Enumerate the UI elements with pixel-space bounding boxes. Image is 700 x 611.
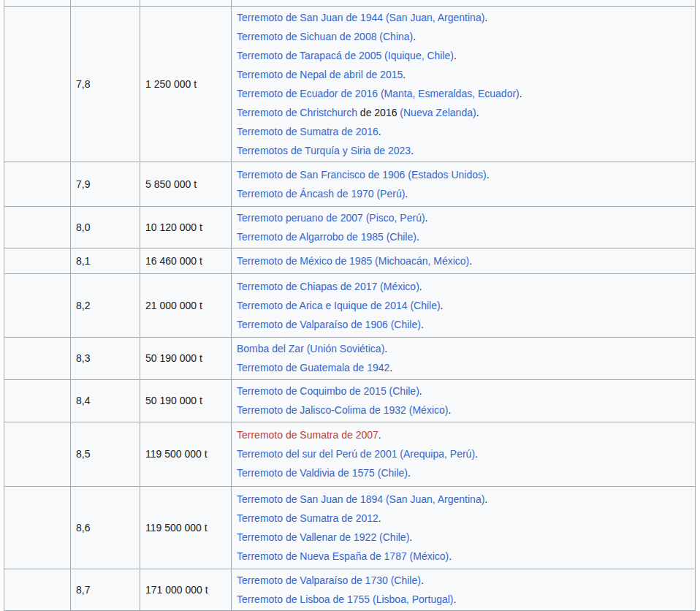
earthquake-link[interactable]: (Nueva Zelanda) (400, 107, 476, 118)
example-line: Terremoto de Sumatra de 2012. (237, 509, 690, 528)
earthquake-link[interactable]: Terremoto de Vallenar de 1922 (Chile) (237, 531, 409, 543)
example-line: Terremoto peruano de 2007 (Pisco, Perú). (237, 208, 690, 227)
example-line: Terremoto de Lisboa de 1755 (Lisboa, Por… (237, 590, 690, 609)
text-segment: . (425, 212, 428, 224)
examples-cell: Bomba del Zar (Unión Soviética).Terremot… (232, 337, 696, 379)
earthquake-link[interactable]: Terremoto de Nepal de abril de 2015 (237, 69, 403, 80)
text-segment: . (409, 531, 412, 543)
text-segment: . (405, 188, 408, 200)
earthquake-link[interactable]: Terremoto de Jalisco-Colima de 1932 (Méx… (237, 404, 448, 416)
earthquake-link[interactable]: Bomba del Zar (Unión Soviética) (237, 343, 384, 354)
magnitude-cell: 8,2 (71, 273, 140, 337)
earthquake-link[interactable]: Terremoto de México de 1985 (Michoacán, … (237, 255, 469, 267)
tnt-cell: 5 850 000 t (140, 162, 232, 206)
earthquake-link[interactable]: Terremoto de Tarapacá de 2005 (Iquique, … (237, 50, 454, 61)
magnitude-cell: 7,8 (71, 6, 140, 162)
category-cell (4, 6, 71, 162)
text-segment: . (487, 169, 490, 181)
earthquake-link[interactable]: Terremoto de Nueva España de 1787 (Méxic… (237, 550, 449, 562)
earthquake-magnitude-table: 7,81 250 000 tTerremoto de San Juan de 1… (4, 0, 696, 611)
examples-cell: Terremoto peruano de 2007 (Pisco, Perú).… (232, 206, 696, 248)
text-segment: . (408, 467, 411, 479)
earthquake-link[interactable]: Terremoto de Algarrobo de 1985 (Chile) (237, 231, 416, 243)
earthquake-link[interactable]: Terremoto peruano de 2007 (Pisco, Perú) (237, 212, 425, 224)
earthquake-link[interactable]: Terremoto de Sumatra de 2016 (237, 126, 378, 137)
category-cell (4, 273, 71, 337)
tnt-cell: 171 000 000 t (140, 569, 232, 610)
example-line: Terremoto de Algarrobo de 1985 (Chile). (237, 227, 690, 246)
examples-cell: Terremoto de Coquimbo de 2015 (Chile).Te… (232, 379, 696, 422)
earthquake-link[interactable]: Terremoto de Áncash de 1970 (Perú) (237, 188, 405, 200)
earthquake-link[interactable]: Terremoto de San Juan de 1944 (San Juan,… (237, 12, 484, 23)
earthquake-redlink[interactable]: Terremoto de Sumatra de 2007 (237, 429, 378, 441)
text-segment: . (378, 126, 381, 137)
examples-cell: Terremoto de Valparaíso de 1730 (Chile).… (232, 569, 696, 610)
magnitude-cell: 8,6 (71, 486, 140, 569)
category-cell (4, 248, 71, 273)
example-line: Terremoto de Nueva España de 1787 (Méxic… (237, 547, 690, 566)
magnitude-cell: 8,3 (71, 337, 140, 379)
text-segment: . (416, 231, 419, 243)
earthquake-link[interactable]: Terremoto de Sichuan de 2008 (China) (237, 31, 413, 42)
earthquake-link[interactable]: Terremoto de Christchurch (237, 107, 357, 118)
tnt-cell: 10 120 000 t (140, 206, 232, 248)
earthquake-link[interactable]: Terremoto del sur del Perú de 2001 (Areq… (237, 448, 475, 460)
category-cell (4, 337, 71, 379)
text-segment: . (454, 50, 457, 61)
magnitude-cell (71, 0, 140, 6)
category-cell (4, 0, 71, 6)
earthquake-link[interactable]: Terremoto de San Francisco de 1906 (Esta… (237, 169, 487, 181)
text-segment: . (441, 300, 444, 311)
earthquake-link[interactable]: Terremoto de Lisboa de 1755 (Lisboa, Por… (237, 593, 454, 605)
table-row-partial-top (4, 0, 696, 6)
example-line: Terremoto de Vallenar de 1922 (Chile). (237, 528, 690, 547)
text-segment: . (421, 319, 424, 330)
magnitude-cell: 8,7 (71, 569, 140, 610)
text-segment: . (475, 448, 478, 460)
magnitude-cell: 8,0 (71, 206, 140, 248)
text-segment: . (384, 343, 387, 354)
earthquake-link[interactable]: Terremoto de Valdivia de 1575 (Chile) (237, 467, 408, 479)
example-line: Terremoto de Sumatra de 2016. (237, 122, 690, 141)
text-segment: . (419, 385, 422, 397)
text-segment: . (469, 255, 472, 267)
text-segment: . (378, 512, 381, 524)
example-line: Terremoto de Guatemala de 1942. (237, 358, 690, 377)
earthquake-link[interactable]: Terremoto de San Juan de 1894 (San Juan,… (237, 493, 484, 505)
magnitude-cell: 8,1 (71, 248, 140, 273)
earthquake-link[interactable]: Terremoto de Arica e Iquique de 2014 (Ch… (237, 300, 441, 311)
example-line: Terremoto de Chiapas de 2017 (México). (237, 277, 690, 296)
table-row: 8,6119 500 000 tTerremoto de San Juan de… (4, 486, 696, 569)
category-cell (4, 379, 71, 422)
earthquake-link[interactable]: Terremoto de Valparaíso de 1906 (Chile) (237, 319, 421, 330)
tnt-cell: 16 460 000 t (140, 248, 232, 273)
earthquake-link[interactable]: Terremotos de Turquía y Siria de 2023 (237, 145, 411, 156)
table-row: 8,221 000 000 tTerremoto de Chiapas de 2… (4, 273, 696, 337)
earthquake-link[interactable]: Terremoto de Ecuador de 2016 (Manta, Esm… (237, 88, 520, 99)
text-segment: de 2016 (357, 107, 400, 118)
category-cell (4, 162, 71, 206)
category-cell (4, 206, 71, 248)
earthquake-link[interactable]: Terremoto de Chiapas de 2017 (México) (237, 281, 419, 292)
table-row: 8,350 190 000 tBomba del Zar (Unión Sovi… (4, 337, 696, 379)
example-line: Terremoto de Sichuan de 2008 (China). (237, 27, 690, 46)
earthquake-link[interactable]: Terremoto de Coquimbo de 2015 (Chile) (237, 385, 419, 397)
earthquake-link[interactable]: Terremoto de Valparaíso de 1730 (Chile) (237, 574, 421, 586)
category-cell (4, 569, 71, 610)
examples-cell: Terremoto de San Francisco de 1906 (Esta… (232, 162, 696, 206)
text-segment: . (411, 145, 414, 156)
examples-cell: Terremoto de San Juan de 1944 (San Juan,… (232, 6, 696, 162)
examples-cell: Terremoto de Sumatra de 2007.Terremoto d… (232, 422, 696, 486)
table-row: 7,81 250 000 tTerremoto de San Juan de 1… (4, 6, 696, 162)
table-row: 8,010 120 000 tTerremoto peruano de 2007… (4, 206, 696, 248)
tnt-cell: 1 250 000 t (140, 6, 232, 162)
example-line: Terremoto de San Juan de 1894 (San Juan,… (237, 490, 690, 509)
example-line: Terremoto de Sumatra de 2007. (237, 425, 690, 444)
earthquake-link[interactable]: Terremoto de Guatemala de 1942 (237, 362, 389, 373)
examples-cell: Terremoto de Chiapas de 2017 (México).Te… (232, 273, 696, 337)
earthquake-link[interactable]: Terremoto de Sumatra de 2012 (237, 512, 378, 524)
example-line: Terremoto de Valparaíso de 1906 (Chile). (237, 315, 690, 334)
example-line: Terremoto de Ecuador de 2016 (Manta, Esm… (237, 84, 690, 103)
text-segment: . (484, 12, 487, 23)
table-row: 8,450 190 000 tTerremoto de Coquimbo de … (4, 379, 696, 422)
